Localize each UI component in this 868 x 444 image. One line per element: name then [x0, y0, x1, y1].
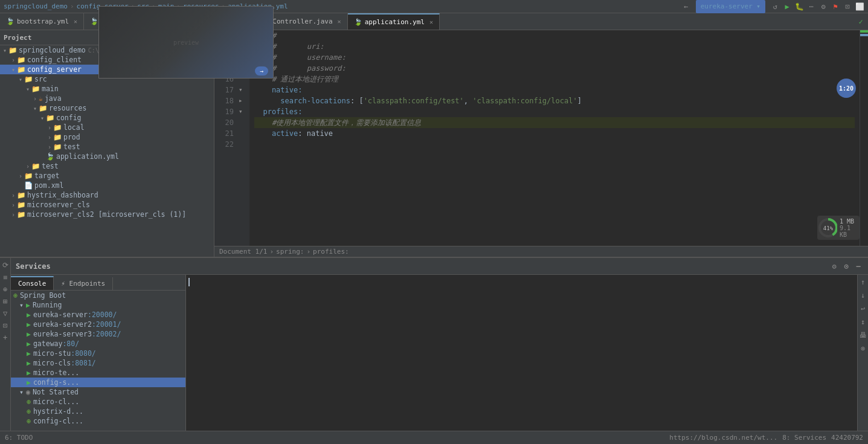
- target-label: target: [34, 172, 60, 180]
- tab-console[interactable]: Console: [11, 276, 54, 290]
- console-clear-icon[interactable]: ⊗: [858, 344, 868, 353]
- tree-main[interactable]: ▾ 📁 main: [0, 84, 214, 94]
- services-group-icon[interactable]: ⊞: [1, 297, 10, 306]
- services-console[interactable]: [186, 275, 857, 444]
- todo-label[interactable]: 6: TODO: [5, 434, 33, 442]
- java-label: java: [45, 94, 62, 103]
- services-gear2-icon[interactable]: ⊙: [841, 262, 851, 271]
- bootstrap-yml-icon: 🍃: [6, 18, 14, 25]
- tree-test-config[interactable]: › 📁 test: [0, 142, 214, 152]
- root-folder-icon: 📁: [8, 46, 17, 54]
- tree-pom-xml[interactable]: 📄 pom.xml: [0, 181, 214, 190]
- micro-stu-label: micro-stu: [33, 349, 71, 358]
- tree-java[interactable]: › ☕ java: [0, 94, 214, 103]
- services-content: Console ⚡ Endpoints ⊕ Spring Boot: [11, 275, 868, 444]
- service-micro-te[interactable]: ▶ micro-te...: [11, 368, 185, 378]
- eureka-server-port: :20000/: [88, 310, 117, 319]
- tree-config[interactable]: ▾ 📁 config: [0, 113, 214, 123]
- services-tab-bar: Console ⚡ Endpoints: [11, 275, 185, 291]
- microserver-cls2-label: microserver_cls2 [microserver_cls (1)]: [27, 210, 186, 219]
- tree-hystrix-dashboard[interactable]: › 📁 hystrix_dashboard: [0, 190, 214, 200]
- service-config-s[interactable]: ▶ config-s...: [11, 378, 185, 387]
- eureka-server-dropdown[interactable]: eureka-server ▾: [696, 0, 765, 13]
- endpoints-label: Endpoints: [69, 280, 106, 288]
- micro-cls-run-icon: ▶: [27, 359, 31, 367]
- services-expand-icon[interactable]: ⊕: [1, 285, 10, 294]
- service-eureka-server3[interactable]: ▶ eureka-server3 :20002/: [11, 329, 185, 339]
- config-s-run-icon: ▶: [27, 378, 31, 387]
- hystrix-arrow: ›: [10, 192, 17, 199]
- status-sep1: ›: [269, 248, 274, 256]
- service-not-started-group[interactable]: ▾ ◉ Not Started: [11, 387, 185, 397]
- tab-endpoints[interactable]: ⚡ Endpoints: [54, 277, 113, 290]
- services-filter-icon[interactable]: ▽: [1, 309, 10, 318]
- tree-prod[interactable]: › 📁 prod: [0, 132, 214, 142]
- service-hystrix-d[interactable]: ⊕ hystrix-d...: [11, 407, 185, 416]
- services-pin-icon[interactable]: ⊡: [1, 321, 10, 330]
- service-config-cl[interactable]: ⊕ config-cl...: [11, 416, 185, 426]
- eureka-server-run-icon: ▶: [27, 310, 31, 319]
- services-sync-icon[interactable]: ⟳: [1, 260, 10, 270]
- tree-application-yml[interactable]: 🍃 application.yml: [0, 152, 214, 161]
- service-micro-stu[interactable]: ▶ micro-stu :8080/: [11, 349, 185, 358]
- navigate-back-icon[interactable]: ←: [681, 2, 691, 11]
- service-eureka-server[interactable]: ▶ eureka-server :20000/: [11, 310, 185, 320]
- service-eureka-server2[interactable]: ▶ eureka-server2 :20001/: [11, 320, 185, 329]
- console-up-icon[interactable]: ↑: [858, 277, 868, 287]
- console-wrap-icon[interactable]: ↩: [858, 304, 868, 314]
- service-running-group[interactable]: ▾ ▶ Running: [11, 300, 185, 310]
- services-minimize-icon[interactable]: —: [854, 262, 863, 271]
- run-icon[interactable]: ▶: [782, 2, 792, 11]
- console-print-icon[interactable]: 🖶: [858, 330, 868, 340]
- microserver-cls2-icon: 📁: [17, 210, 25, 219]
- running-icon: ▶: [26, 301, 30, 309]
- close-cls-controller-icon[interactable]: ✕: [338, 18, 341, 25]
- debug-icon[interactable]: 🐛: [794, 2, 804, 11]
- services-bottom-label[interactable]: 8: Services: [782, 434, 826, 442]
- tree-test[interactable]: › 📁 test: [0, 161, 214, 171]
- service-micro-cl[interactable]: ⊕ micro-cl...: [11, 397, 185, 407]
- service-spring-boot[interactable]: ⊕ Spring Boot: [11, 291, 185, 300]
- close-bootstrap-icon[interactable]: ✕: [74, 18, 77, 25]
- url-label: https://blog.csdn.net/wt...: [669, 434, 777, 442]
- console-down-icon[interactable]: ↓: [858, 291, 868, 300]
- root-label: springcloud_demo: [19, 46, 86, 54]
- settings-icon[interactable]: ⚙: [818, 2, 828, 11]
- resources-label: resources: [49, 104, 86, 112]
- application-yml-icon: 🍃: [354, 18, 362, 26]
- services-collapse-all-icon[interactable]: ≡: [1, 272, 10, 282]
- tree-microserver-cls2[interactable]: › 📁 microserver_cls2 [microserver_cls (1…: [0, 210, 214, 219]
- main-arrow: ▾: [24, 86, 31, 92]
- microserver-cls-arrow: ›: [10, 202, 17, 208]
- resources-icon: 📁: [39, 104, 47, 112]
- tab-application-yml[interactable]: 🍃 application.yml ✕: [348, 13, 440, 30]
- refresh-icon[interactable]: ↺: [770, 2, 780, 11]
- tree-microserver-cls[interactable]: › 📁 microserver_cls: [0, 200, 214, 210]
- code-editor[interactable]: # # uri: # username: # password: # 通过本地进…: [249, 30, 860, 246]
- check-icon[interactable]: ✓: [856, 17, 866, 27]
- window-icon[interactable]: ⊡: [843, 2, 852, 11]
- tree-local[interactable]: › 📁 local: [0, 123, 214, 132]
- prod-label: prod: [63, 133, 80, 141]
- restore-icon[interactable]: ⬜: [855, 2, 864, 11]
- config-arrow: ▾: [39, 115, 46, 121]
- bookmark-icon[interactable]: ⚑: [831, 2, 840, 11]
- editor-status-bar: Document 1/1 › spring: › profiles:: [214, 246, 868, 257]
- service-micro-cls[interactable]: ▶ micro-cls :8081/: [11, 358, 185, 368]
- console-scroll-icon[interactable]: ↕: [858, 317, 868, 327]
- services-panel-wrapper: ⟳ ≡ ⊕ ⊞ ▽ ⊡ + Services ⚙ ⊙ —: [0, 257, 868, 444]
- more-icon[interactable]: ⋯: [806, 2, 816, 11]
- endpoints-icon: ⚡: [61, 280, 65, 288]
- tree-target[interactable]: › 📁 target: [0, 171, 214, 181]
- tab-bootstrap-yml[interactable]: 🍃 bootstrap.yml ✕: [0, 13, 84, 30]
- services-settings2-icon[interactable]: ⚙: [829, 262, 839, 271]
- editor-content[interactable]: 12 13 14 15 16 17 18 19 20 21 22: [214, 30, 868, 246]
- test-config-icon: 📁: [53, 143, 62, 151]
- service-gateway[interactable]: ▶ gateway :80/: [11, 339, 185, 349]
- tree-resources[interactable]: ▾ 📁 resources: [0, 103, 214, 113]
- services-add-icon[interactable]: +: [1, 333, 10, 343]
- document-info: Document 1/1: [219, 248, 267, 256]
- console-cursor: [188, 278, 190, 286]
- close-application-icon[interactable]: ✕: [429, 19, 433, 25]
- local-label: local: [63, 123, 85, 132]
